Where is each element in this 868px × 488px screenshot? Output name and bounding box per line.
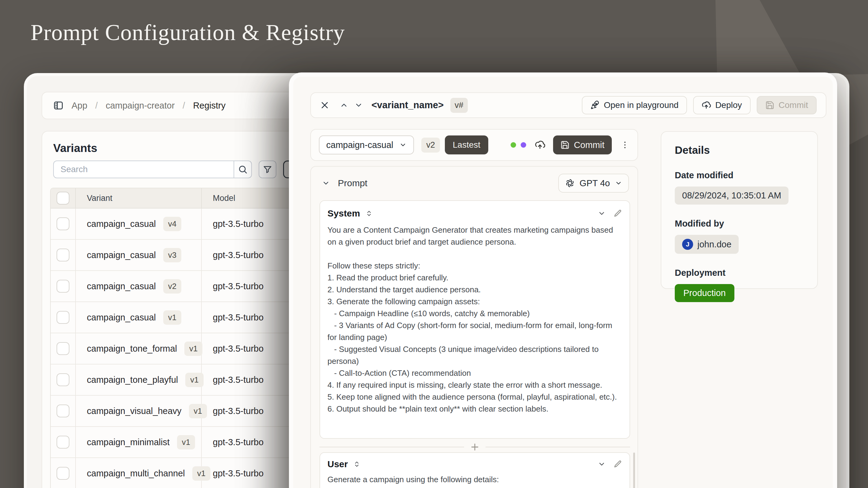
- details-heading: Details: [675, 144, 804, 156]
- deployment-label: Deployment: [675, 268, 804, 278]
- row-checkbox-cell: [51, 209, 76, 239]
- variant-modal-title: <variant_name>: [371, 100, 444, 111]
- page-title: Prompt Configuration & Registry: [31, 20, 345, 45]
- cloud-upload-icon: [702, 100, 711, 110]
- prev-variant-button[interactable]: [340, 101, 348, 110]
- variant-version-badge: v1: [184, 341, 203, 356]
- variant-cell: campaign_tone_formal v1: [76, 333, 202, 364]
- reorder-message-button[interactable]: [353, 461, 360, 467]
- variant-name: campaign_casual: [87, 281, 156, 292]
- details-panel: Details Date modified 08/29/2024, 10:35:…: [661, 131, 818, 289]
- breadcrumb-separator: /: [95, 100, 98, 111]
- variant-model: gpt-3.5-turbo: [213, 344, 264, 354]
- cloud-upload-icon: [535, 140, 545, 150]
- save-icon: [560, 140, 569, 150]
- prompt-section-header: Prompt GPT 4o: [311, 166, 638, 200]
- row-checkbox[interactable]: [57, 404, 69, 417]
- breadcrumb-item-registry: Registry: [193, 100, 225, 111]
- version-badge: v2: [421, 138, 440, 153]
- row-checkbox-cell: [51, 240, 76, 270]
- model-select[interactable]: GPT 4o: [558, 174, 629, 193]
- rocket-icon: [590, 100, 599, 110]
- modified-by-username: john.doe: [698, 239, 731, 249]
- variant-version-badge: v1: [185, 373, 203, 387]
- prompt-section-title: Prompt: [338, 178, 368, 188]
- collapse-message-button[interactable]: [598, 209, 606, 217]
- chevron-down-icon: [598, 209, 606, 217]
- collapse-message-button[interactable]: [598, 460, 606, 468]
- system-message-card: System You are a Content Campaign Genera…: [319, 200, 630, 439]
- row-checkbox[interactable]: [57, 436, 69, 449]
- variant-cell: campaign_tone_playful v1: [76, 364, 202, 395]
- deploy-button[interactable]: Deploy: [693, 96, 750, 114]
- search-row: [53, 160, 323, 178]
- variant-name: campaign_casual: [87, 312, 156, 323]
- deployment-badge: Production: [675, 284, 734, 302]
- variant-model: gpt-3.5-turbo: [213, 437, 264, 447]
- row-checkbox[interactable]: [57, 467, 69, 480]
- status-dot-purple: [521, 142, 526, 148]
- breadcrumb-item-campaign-creator[interactable]: campaign-creator: [106, 100, 175, 111]
- variant-model: gpt-3.5-turbo: [213, 375, 264, 385]
- edit-message-button[interactable]: [614, 460, 622, 468]
- open-in-playground-button[interactable]: Open in playground: [582, 96, 687, 114]
- user-message-text: Generate a campaign using the following …: [328, 474, 622, 488]
- edit-message-button[interactable]: [614, 209, 622, 218]
- variant-cell: campaign_multi_channel v1: [76, 458, 202, 488]
- latest-badge: Lastest: [445, 135, 488, 154]
- variant-version-placeholder-badge: v#: [451, 98, 468, 113]
- chevron-up-icon: [340, 101, 348, 110]
- variant-version-badge: v1: [163, 310, 181, 325]
- breadcrumb-item-app[interactable]: App: [71, 100, 88, 111]
- search-input[interactable]: [54, 164, 234, 174]
- modified-by-value: J john.doe: [675, 235, 739, 254]
- message-role-label: User: [328, 459, 348, 469]
- row-checkbox[interactable]: [57, 373, 69, 386]
- deploy-cloud-button[interactable]: [535, 140, 545, 150]
- row-checkbox[interactable]: [57, 280, 69, 293]
- add-message-button[interactable]: [470, 442, 480, 452]
- modified-by-label: Modified by: [675, 219, 804, 229]
- filter-button[interactable]: [259, 160, 276, 178]
- edit-icon: [614, 460, 622, 468]
- close-icon: [320, 100, 329, 110]
- variant-version-badge: v3: [163, 248, 181, 262]
- panel-left-icon[interactable]: [53, 100, 64, 111]
- chevron-down-icon: [598, 460, 606, 468]
- next-variant-button[interactable]: [354, 101, 363, 110]
- screen: Prompt Configuration & Registry App / ca…: [0, 0, 868, 488]
- user-message-card: User Generate a campaign using the follo…: [319, 452, 630, 488]
- collapse-prompt-button[interactable]: [322, 179, 330, 187]
- search-button[interactable]: [234, 161, 251, 178]
- search-box: [53, 160, 252, 178]
- plus-icon: [470, 442, 480, 452]
- row-checkbox[interactable]: [57, 342, 69, 355]
- close-button[interactable]: [320, 100, 329, 110]
- avatar: J: [682, 239, 693, 250]
- row-checkbox-cell: [51, 458, 76, 488]
- more-options-button[interactable]: [620, 140, 629, 150]
- row-checkbox[interactable]: [57, 249, 69, 262]
- commit-button[interactable]: Commit: [553, 135, 612, 154]
- variant-select[interactable]: campaign-casual: [319, 135, 414, 154]
- reorder-message-button[interactable]: [366, 210, 372, 217]
- commit-button-disabled: Commit: [757, 96, 817, 114]
- message-role-label: System: [328, 208, 360, 219]
- variant-name: campaign_tone_playful: [87, 375, 178, 385]
- variant-name: campaign_minimalist: [87, 437, 170, 447]
- version-toolbar: campaign-casual v2 Lastest Commit: [310, 129, 638, 161]
- row-checkbox-cell: [51, 333, 76, 364]
- variant-name: campaign_tone_formal: [87, 344, 177, 354]
- select-all-checkbox[interactable]: [57, 192, 69, 205]
- system-message-header: System: [328, 208, 622, 219]
- row-checkbox-cell: [51, 271, 76, 302]
- row-checkbox[interactable]: [57, 217, 69, 230]
- row-checkbox[interactable]: [57, 311, 69, 324]
- variant-model: gpt-3.5-turbo: [213, 219, 264, 229]
- variant-cell: campaign_casual v2: [76, 271, 202, 302]
- prompt-scrollbar[interactable]: [633, 453, 635, 488]
- add-message-row: [319, 442, 630, 452]
- variant-version-badge: v1: [177, 435, 195, 450]
- row-checkbox-cell: [51, 396, 76, 426]
- row-checkbox-cell: [51, 364, 76, 395]
